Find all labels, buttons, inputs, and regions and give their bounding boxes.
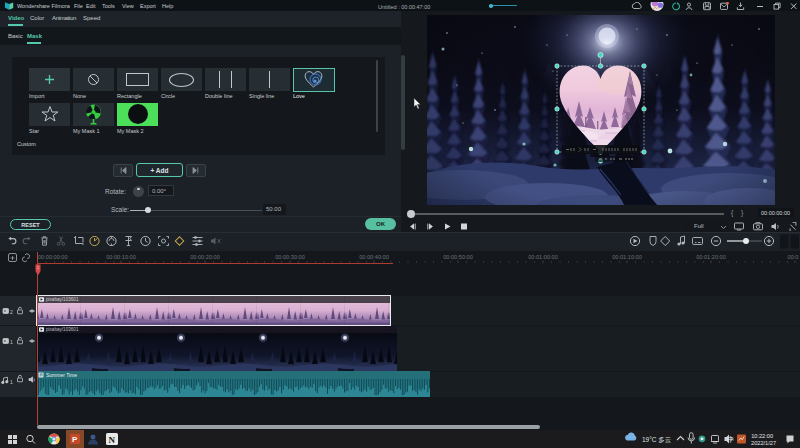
svg-text:P: P — [72, 435, 78, 444]
svg-text:中: 中 — [727, 436, 734, 443]
svg-text:1: 1 — [10, 339, 13, 345]
svg-text:19°C 多云: 19°C 多云 — [642, 436, 672, 443]
svg-text:00:00:40:00: 00:00:40:00 — [359, 254, 389, 260]
svg-text:00:01:20:00: 00:01:20:00 — [696, 254, 726, 260]
svg-text:1: 1 — [10, 379, 13, 385]
svg-text:00:00:20:00: 00:00:20:00 — [190, 254, 220, 260]
svg-text:2: 2 — [10, 309, 13, 315]
svg-text:00:00:00:00: 00:00:00:00 — [38, 254, 68, 260]
svg-text:pixabay/103601: pixabay/103601 — [46, 297, 79, 302]
svg-text:2022/1/27: 2022/1/27 — [751, 440, 776, 446]
svg-text:10:22:00: 10:22:00 — [751, 433, 773, 439]
svg-text:00:00:30:00: 00:00:30:00 — [275, 254, 305, 260]
svg-text:00:0: 00:0 — [788, 254, 799, 260]
svg-text:00:00:50:00: 00:00:50:00 — [443, 254, 473, 260]
svg-text:00:00:10:00: 00:00:10:00 — [106, 254, 136, 260]
svg-text:00:01:00:00: 00:01:00:00 — [528, 254, 558, 260]
svg-text:Summer Time: Summer Time — [46, 372, 77, 378]
svg-text:N: N — [109, 435, 116, 445]
svg-text:pixabay/103601: pixabay/103601 — [46, 327, 79, 332]
svg-text:00:01:10:00: 00:01:10:00 — [612, 254, 642, 260]
